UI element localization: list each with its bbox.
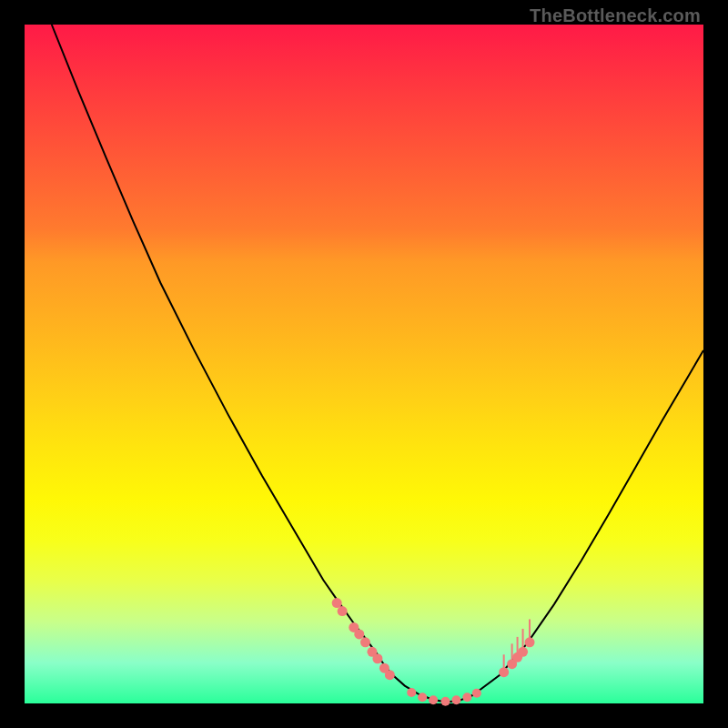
data-dot [429,695,438,704]
data-dot [360,637,370,647]
data-dot [354,629,364,639]
chart-stage: TheBottleneck.com [0,0,728,728]
data-dot [372,653,382,663]
data-dot [462,693,471,702]
data-dot [451,695,460,704]
data-dot [518,647,528,657]
plot-area [25,25,703,703]
data-dot [499,667,509,677]
watermark-text: TheBottleneck.com [530,5,701,26]
data-dot [407,688,416,697]
data-dot [338,606,348,616]
data-dot [441,697,450,706]
data-dot [472,689,481,698]
data-dot [385,670,395,680]
data-dot [332,598,342,608]
data-dot [525,637,535,647]
chart-svg [25,25,703,703]
dots-group [332,598,535,706]
bottleneck-curve [52,25,703,703]
data-dot [418,693,427,702]
